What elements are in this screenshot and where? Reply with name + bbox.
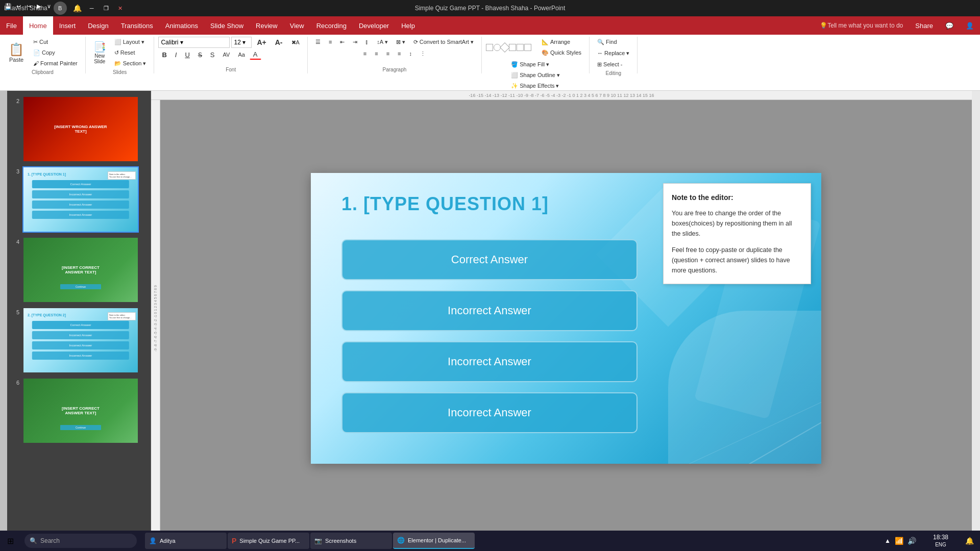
present-icon[interactable]: ▶ <box>35 2 43 10</box>
slide-title[interactable]: 1. [TYPE QUESTION 1] <box>341 193 549 215</box>
cut-button[interactable]: ✂ Cut <box>30 37 81 47</box>
columns-button[interactable]: ⋮ <box>416 48 429 59</box>
decrease-indent-button[interactable]: ⇤ <box>336 37 348 47</box>
convert-smartart-button[interactable]: ⟳ Convert to SmartArt ▾ <box>410 37 477 47</box>
section-button[interactable]: 📂 Section ▾ <box>111 58 150 68</box>
quick-access-toolbar[interactable]: 💾 ↩ ↪ ▶ ∨ <box>4 2 53 10</box>
menu-developer[interactable]: Developer <box>353 16 395 35</box>
slide-thumb-6[interactable]: 6 [INSERT CORRECTANSWER TEXT] Continue <box>9 377 149 445</box>
menu-home[interactable]: Home <box>23 16 53 35</box>
increase-font-button[interactable]: A+ <box>253 37 270 47</box>
align-center-button[interactable]: ≡ <box>371 48 381 59</box>
answer-box-1[interactable]: Correct Answer <box>341 239 638 280</box>
shape-fill-button[interactable]: 🪣 Shape Fill ▾ <box>507 59 564 69</box>
avatar[interactable]: B <box>54 2 67 15</box>
menu-animations[interactable]: Animations <box>159 16 204 35</box>
numbering-button[interactable]: ≡ <box>325 37 335 47</box>
strikethrough-button[interactable]: S̶ <box>194 49 206 60</box>
network-icon[interactable]: 📶 <box>895 537 903 545</box>
layout-button[interactable]: ⬜ Layout ▾ <box>111 37 150 47</box>
font-color-button[interactable]: A <box>250 49 261 60</box>
italic-button[interactable]: I <box>172 49 181 60</box>
menu-transitions[interactable]: Transitions <box>115 16 159 35</box>
slide-img-2[interactable]: [INSERT WRONG ANSWER TEXT] <box>22 96 139 162</box>
answer-box-4[interactable]: Incorrect Answer <box>341 392 638 433</box>
change-case-button[interactable]: Aa <box>234 49 248 60</box>
copy-button[interactable]: 📄 Copy <box>30 47 81 58</box>
col-spacing-button[interactable]: ⫿ <box>362 37 372 47</box>
paste-button[interactable]: 📋 Paste <box>4 39 29 66</box>
slide-img-5[interactable]: 2. [TYPE QUESTION 2] Note to the editor:… <box>22 307 139 373</box>
shape-outline-button[interactable]: ⬜ Shape Outline ▾ <box>507 70 564 80</box>
replace-button[interactable]: ↔ Replace ▾ <box>594 48 633 58</box>
taskbar-search[interactable]: 🔍 Search <box>24 534 137 548</box>
arrange-button[interactable]: 📐 Arrange <box>538 37 585 47</box>
share-button[interactable]: Share <box>909 16 939 35</box>
shape-rect[interactable] <box>486 44 493 51</box>
slide-img-6[interactable]: [INSERT CORRECTANSWER TEXT] Continue <box>22 378 139 444</box>
menu-insert[interactable]: Insert <box>53 16 82 35</box>
reset-button[interactable]: ↺ Reset <box>111 47 150 58</box>
align-text-button[interactable]: ⊠ ▾ <box>393 37 409 47</box>
minimize-btn[interactable]: ─ <box>88 4 96 12</box>
undo-icon[interactable]: ↩ <box>14 2 22 10</box>
start-button[interactable]: ⊞ <box>0 531 20 551</box>
shape-effects-button[interactable]: ✨ Shape Effects ▾ <box>507 81 564 91</box>
font-size-select[interactable]: 12 ▾ <box>231 37 252 48</box>
volume-icon[interactable]: 🔊 <box>908 537 916 545</box>
shape-other3[interactable] <box>524 44 531 51</box>
menu-view[interactable]: View <box>284 16 310 35</box>
menu-design[interactable]: Design <box>82 16 114 35</box>
answer-box-2[interactable]: Incorrect Answer <box>341 290 638 331</box>
menu-file[interactable]: File <box>0 16 23 35</box>
slide-img-4[interactable]: [INSERT CORRECTANSWER TEXT] Continue <box>22 237 139 303</box>
bold-button[interactable]: B <box>158 49 170 60</box>
customize-icon[interactable]: ∨ <box>45 2 53 10</box>
taskbar-app-elementor[interactable]: 🌐 Elementor | Duplicate... <box>393 533 475 549</box>
menu-help[interactable]: Help <box>395 16 421 35</box>
decrease-font-button[interactable]: A- <box>272 37 286 47</box>
comments-icon[interactable]: 💬 <box>939 16 960 35</box>
quick-styles-button[interactable]: 🎨 Quick Styles <box>538 47 585 58</box>
increase-indent-button[interactable]: ⇥ <box>349 37 361 47</box>
slide-thumb-2[interactable]: 2 [INSERT WRONG ANSWER TEXT] <box>9 95 149 163</box>
save-icon[interactable]: 💾 <box>4 2 12 10</box>
text-direction-button[interactable]: ↕A ▾ <box>373 37 391 47</box>
slide-thumb-5[interactable]: 5 2. [TYPE QUESTION 2] Note to the edito… <box>9 306 149 374</box>
menu-recording[interactable]: Recording <box>310 16 353 35</box>
format-painter-button[interactable]: 🖌 Format Painter <box>30 58 81 68</box>
notifications-icon[interactable]: 🔔 <box>73 4 82 12</box>
bullets-button[interactable]: ☰ <box>312 37 324 47</box>
slide-thumb-4[interactable]: 4 [INSERT CORRECTANSWER TEXT] Continue <box>9 236 149 304</box>
taskbar-app-screenshots[interactable]: 📷 Screenshots <box>310 533 392 549</box>
underline-button[interactable]: U <box>181 49 193 60</box>
new-slide-button[interactable]: 📑 New Slide <box>90 39 110 66</box>
clear-format-button[interactable]: ✖A <box>288 37 303 47</box>
find-button[interactable]: 🔍 Find <box>594 37 620 47</box>
vertical-scroll[interactable] <box>0 91 7 537</box>
menu-review[interactable]: Review <box>250 16 284 35</box>
slide-thumb-3[interactable]: 3 1. [TYPE QUESTION 1] Note to the edito… <box>9 165 149 234</box>
taskbar-app-aditya[interactable]: 👤 Aditya <box>145 533 227 549</box>
clock[interactable]: 18:38 ENG <box>920 534 961 548</box>
justify-button[interactable]: ≡ <box>394 48 404 59</box>
notification-btn[interactable]: 🔔 <box>965 537 974 545</box>
align-right-button[interactable]: ≡ <box>383 48 393 59</box>
restore-btn[interactable]: ❐ <box>102 4 110 12</box>
line-spacing-button[interactable]: ↕ <box>406 48 416 59</box>
tell-me-input[interactable]: 💡 Tell me what you want to do <box>814 16 909 35</box>
char-spacing-button[interactable]: AV <box>219 49 234 60</box>
taskbar-app-powerpoint[interactable]: P Simple Quiz Game PP... <box>228 533 309 549</box>
font-family-select[interactable]: Calibri ▾ <box>158 37 230 48</box>
redo-icon[interactable]: ↪ <box>24 2 33 10</box>
account-icon[interactable]: 👤 <box>960 16 980 35</box>
menu-slideshow[interactable]: Slide Show <box>204 16 250 35</box>
slide-img-3[interactable]: 1. [TYPE QUESTION 1] Note to the editor:… <box>22 166 139 233</box>
shape-other2[interactable] <box>517 44 524 51</box>
shape-diamond[interactable] <box>500 42 510 53</box>
tray-icon[interactable]: ▲ <box>885 537 891 544</box>
shadow-button[interactable]: S <box>207 49 218 60</box>
select-button[interactable]: ⊞ Select - <box>594 59 626 69</box>
answer-box-3[interactable]: Incorrect Answer <box>341 341 638 382</box>
align-left-button[interactable]: ≡ <box>360 48 370 59</box>
